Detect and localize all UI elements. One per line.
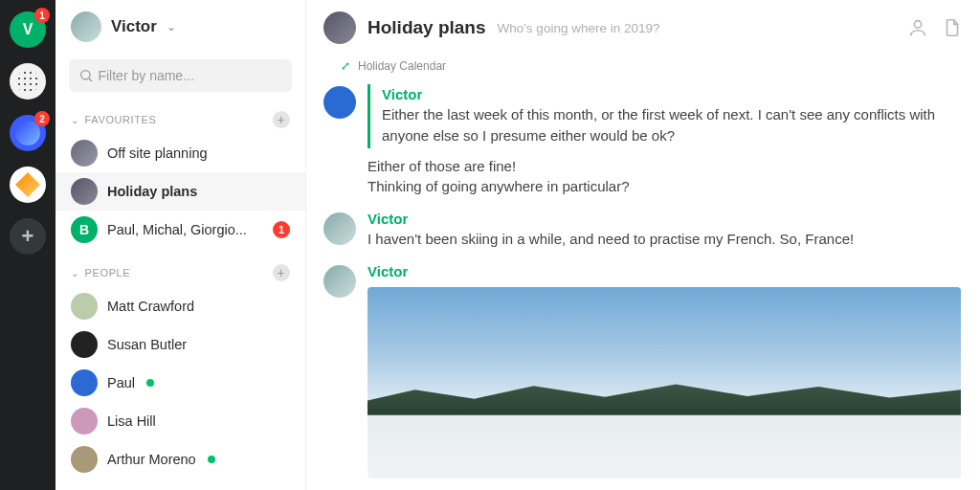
section-favourites-header[interactable]: ⌄ FAVOURITES + (56, 105, 305, 134)
presence-online-icon (208, 456, 215, 463)
file-icon[interactable] (942, 17, 963, 38)
chat-meta-row: ⤢ Holiday Calendar (306, 56, 980, 77)
message-image[interactable] (368, 287, 961, 479)
section-people-header[interactable]: ⌄ PEOPLE + (56, 258, 305, 287)
room-name: Paul, Michal, Giorgio... (107, 222, 247, 237)
favourite-item-active[interactable]: Holiday plans (56, 172, 305, 211)
room-name: Holiday plans (107, 184, 197, 199)
person-item[interactable]: Arthur Moreno (56, 440, 305, 479)
avatar-initial: B (79, 222, 89, 237)
person-name: Paul (107, 375, 135, 390)
search-icon (78, 68, 94, 83)
section-label: FAVOURITES (85, 114, 157, 125)
workspace-badge: 1 (34, 8, 50, 23)
sender-name: Victor (368, 211, 963, 227)
person-name: Susan Butler (107, 337, 187, 352)
svg-line-1 (89, 78, 92, 81)
chevron-down-icon: ⌄ (71, 268, 79, 278)
app-blue-badge: 2 (34, 111, 50, 126)
add-workspace-button[interactable]: + (10, 218, 46, 255)
chat-body: Victor Either the last week of this mont… (306, 77, 980, 490)
message-text: Either the last week of this month, or t… (382, 104, 963, 146)
filter-container[interactable] (69, 59, 292, 92)
unread-badge: 1 (273, 221, 290, 238)
add-favourite-button[interactable]: + (273, 111, 290, 128)
chat-subtitle: Who's going where in 2019? (498, 21, 660, 35)
chevron-down-icon: ⌄ (71, 115, 79, 125)
favourite-item[interactable]: Off site planning (56, 134, 305, 172)
expand-icon[interactable]: ⤢ (341, 59, 350, 73)
message: Victor I haven't been skiing in a while,… (323, 211, 963, 250)
sidebar-header[interactable]: Victor ⌄ (56, 0, 305, 54)
person-name: Matt Crawford (107, 299, 194, 314)
quoted-message: Victor Either the last week of this mont… (368, 84, 963, 148)
room-avatar (71, 178, 98, 205)
person-name: Arthur Moreno (107, 452, 196, 467)
user-name: Victor (111, 17, 157, 36)
person-icon[interactable] (907, 17, 928, 38)
person-avatar (71, 293, 98, 320)
workspace-avatar[interactable]: V 1 (10, 11, 46, 48)
person-avatar (71, 446, 98, 473)
room-name: Off site planning (107, 145, 208, 161)
chat-main: Holiday plans Who's going where in 2019?… (306, 0, 980, 490)
person-item[interactable]: Susan Butler (56, 325, 305, 364)
message-text: Either of those are fine! (368, 156, 963, 177)
workspace-initial: V (23, 21, 33, 38)
chat-title: Holiday plans (368, 17, 486, 38)
message: Victor (323, 263, 963, 479)
message: Victor Either the last week of this mont… (323, 84, 963, 197)
app-orange-icon[interactable] (10, 167, 46, 203)
app-grid-icon[interactable] (10, 63, 46, 100)
app-blue-icon[interactable]: 2 (10, 115, 46, 151)
sidebar: Victor ⌄ ⌄ FAVOURITES + Off site plannin… (56, 0, 306, 490)
presence-online-icon (146, 379, 154, 387)
person-item[interactable]: Matt Crawford (56, 287, 305, 325)
message-text: I haven't been skiing in a while, and ne… (368, 229, 963, 250)
user-avatar (71, 11, 101, 42)
svg-point-0 (81, 71, 90, 79)
chevron-down-icon: ⌄ (167, 20, 176, 33)
chat-header: Holiday plans Who's going where in 2019? (306, 0, 980, 56)
chat-header-actions (907, 17, 963, 38)
person-avatar (71, 331, 98, 358)
favourite-item[interactable]: B Paul, Michal, Giorgio... 1 (56, 211, 305, 249)
room-avatar (71, 140, 98, 167)
person-item[interactable]: Paul (56, 364, 305, 402)
sender-avatar (323, 86, 356, 119)
person-avatar (71, 408, 98, 434)
sender-avatar (323, 212, 356, 245)
filter-input[interactable] (98, 68, 282, 83)
person-avatar (71, 369, 98, 396)
person-item[interactable]: Lisa Hill (56, 402, 305, 440)
sender-avatar (323, 265, 356, 298)
meta-label: Holiday Calendar (358, 59, 446, 73)
room-avatar: B (71, 216, 98, 243)
message-text: Thinking of going anywhere in particular… (368, 176, 963, 197)
sender-name: Victor (368, 263, 963, 279)
sender-name: Victor (382, 86, 963, 102)
person-name: Lisa Hill (107, 413, 156, 429)
workspace-rail: V 1 2 + (0, 0, 56, 490)
add-person-button[interactable]: + (273, 264, 290, 281)
svg-point-2 (914, 21, 921, 28)
room-avatar (323, 11, 356, 44)
section-label: PEOPLE (85, 267, 131, 278)
